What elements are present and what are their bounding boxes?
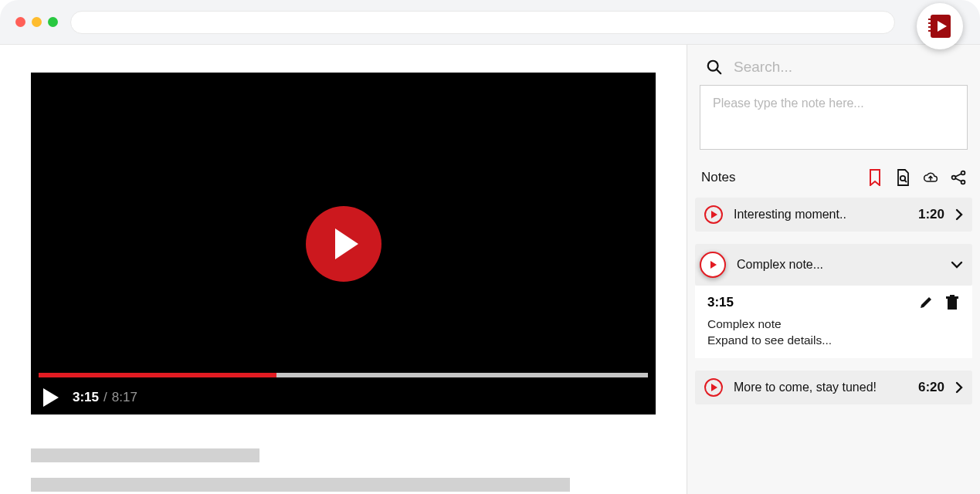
video-player[interactable]: 3:15 / 8:17 [31, 73, 656, 414]
svg-rect-4 [928, 30, 931, 32]
note-time: 6:20 [918, 380, 944, 395]
close-window-button[interactable] [15, 17, 25, 27]
note-row-expanded-group: Complex note... 3:15 [695, 244, 972, 358]
note-expanded: 3:15 Complex note Expand to see details.… [695, 286, 972, 358]
browser-chrome [0, 0, 980, 45]
play-icon [335, 228, 358, 259]
notes-title: Notes [701, 170, 735, 185]
chevron-right-icon [955, 208, 963, 221]
svg-rect-1 [928, 19, 931, 20]
svg-line-13 [955, 174, 961, 177]
play-circle-icon[interactable] [704, 378, 723, 397]
svg-rect-15 [948, 299, 957, 310]
svg-line-14 [955, 178, 961, 181]
notes-sidebar: Notes Interesting moment.. [687, 45, 980, 494]
note-label: More to come, stay tuned! [734, 381, 907, 394]
extension-logo-icon [925, 12, 955, 41]
maximize-window-button[interactable] [48, 17, 58, 27]
time-display: 3:15 / 8:17 [73, 390, 137, 405]
play-circle-icon[interactable] [704, 205, 723, 224]
search-input[interactable] [734, 59, 961, 76]
progress-fill [39, 373, 276, 377]
video-controls: 3:15 / 8:17 [39, 388, 137, 407]
svg-rect-2 [928, 22, 931, 24]
minimize-window-button[interactable] [32, 17, 42, 27]
main-area: 3:15 / 8:17 Notes [0, 45, 980, 494]
svg-rect-3 [928, 26, 931, 28]
video-pane: 3:15 / 8:17 [0, 45, 687, 494]
time-current: 3:15 [73, 390, 99, 405]
progress-bar[interactable] [39, 373, 648, 377]
svg-rect-17 [950, 295, 955, 296]
note-row[interactable]: Interesting moment.. 1:20 [695, 198, 972, 232]
expanded-time: 3:15 [707, 295, 734, 310]
svg-point-8 [900, 176, 905, 181]
note-label: Interesting moment.. [734, 208, 907, 222]
chevron-right-icon [955, 381, 963, 394]
extension-badge[interactable] [917, 3, 963, 49]
content-placeholder [31, 448, 656, 492]
svg-line-7 [717, 69, 721, 73]
window-controls [15, 17, 58, 27]
edit-icon[interactable] [918, 295, 934, 310]
notes-list: Interesting moment.. 1:20 Complex note..… [687, 193, 980, 404]
svg-rect-16 [946, 296, 958, 299]
search-row [687, 45, 980, 85]
chevron-down-icon [951, 261, 963, 269]
note-row[interactable]: More to come, stay tuned! 6:20 [695, 370, 972, 404]
time-total: 8:17 [112, 390, 137, 405]
share-icon[interactable] [951, 170, 966, 185]
notes-header: Notes [687, 153, 980, 193]
search-icon [706, 59, 723, 76]
time-separator: / [103, 390, 107, 405]
note-label: Complex note... [737, 258, 940, 272]
svg-line-9 [905, 181, 907, 183]
address-bar[interactable] [70, 11, 895, 34]
note-time: 1:20 [918, 207, 944, 222]
play-circle-icon[interactable] [700, 252, 726, 278]
note-input[interactable] [700, 85, 968, 150]
play-button-small[interactable] [43, 388, 59, 407]
note-row[interactable]: Complex note... [695, 244, 972, 286]
bookmark-icon[interactable] [867, 170, 883, 185]
placeholder-bar [31, 448, 259, 462]
delete-icon[interactable] [944, 295, 960, 310]
cloud-upload-icon[interactable] [923, 170, 938, 185]
play-button-large[interactable] [306, 206, 381, 282]
expanded-body: Complex note Expand to see details... [703, 315, 965, 350]
placeholder-bar [31, 478, 570, 492]
find-in-page-icon[interactable] [895, 170, 910, 185]
